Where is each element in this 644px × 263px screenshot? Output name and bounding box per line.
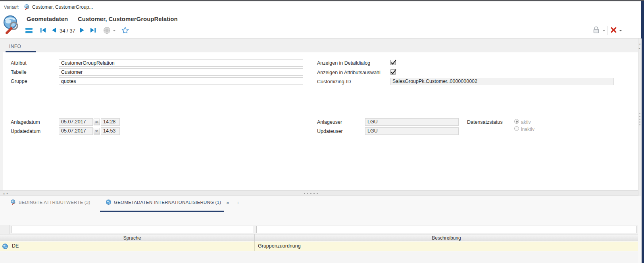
datensatzstatus-label: Datensatzstatus: [467, 119, 503, 125]
next-record-button[interactable]: [79, 27, 85, 33]
row-globe-icon: [2, 243, 8, 250]
tabelle-label: Tabelle: [11, 69, 27, 75]
splitter-drag-handle: [304, 193, 318, 194]
updatedatum-time-field: 14:53: [101, 127, 120, 135]
menu-button[interactable]: [25, 28, 33, 33]
first-record-button[interactable]: [40, 27, 46, 33]
tab-add-button[interactable]: +: [236, 200, 240, 205]
updatedatum-date-field: 05.07.2017: [59, 127, 93, 135]
close-x-icon: [610, 27, 617, 33]
anzeigen-attributsauswahl-checkbox[interactable]: [390, 69, 396, 75]
previous-record-button[interactable]: [51, 27, 57, 33]
strip-drag-handle: [639, 113, 640, 125]
filter-sprache-input[interactable]: [11, 226, 253, 233]
updatedatum-label: Updatedatum: [11, 129, 40, 134]
star-icon: [121, 27, 129, 34]
history-bar: Verlauf: Customer, CustomerGroup...: [0, 2, 641, 12]
previous-record-icon: [51, 27, 57, 33]
grid-filter-row: [0, 225, 638, 234]
radio-aktiv-label: aktiv: [521, 119, 531, 125]
grid-empty-area: [0, 251, 638, 263]
cell-beschreibung: Gruppenzuordnung: [258, 243, 301, 249]
customizing-id-field: SalesGroupPk.Customer..0000000002: [390, 78, 614, 85]
anlageuser-label: Anlageuser: [317, 119, 342, 125]
window-right-border: [641, 1, 644, 263]
last-record-icon: [90, 27, 96, 33]
radio-inaktiv: [514, 126, 519, 131]
updateuser-label: Updateuser: [317, 129, 343, 134]
hamburger-icon: [25, 28, 33, 33]
lock-icon: [592, 25, 600, 34]
panel-splitter[interactable]: ▴▾: [0, 190, 638, 196]
header: Geometadaten Customer, CustomerGroupRela…: [0, 12, 641, 38]
attribut-input[interactable]: [59, 59, 303, 67]
updateuser-field: LGU: [365, 127, 459, 135]
anzeigen-attributsauswahl-label: Anzeigen in Attributsauswahl: [317, 70, 381, 75]
collapse-right-icon: ▸: [639, 47, 640, 50]
anzeigen-detaildialog-label: Anzeigen in Detaildialog: [317, 60, 370, 66]
attribut-label: Attribut: [11, 60, 27, 66]
actions-button-disabled[interactable]: [103, 27, 111, 34]
globe-search-icon: [10, 199, 16, 205]
tab-bedingte-attributwerte[interactable]: BEDINGTE ATTRIBUTWERTE (3): [10, 199, 90, 205]
anlagedatum-label: Anlagedatum: [11, 119, 40, 125]
tab-geometadaten-internationalisierung[interactable]: GEOMETADATEN-INTERNATIONALISIERUNG (1): [106, 199, 221, 205]
anlagedatum-calendar-button[interactable]: 31: [94, 119, 100, 125]
tabelle-input[interactable]: [59, 68, 303, 76]
first-record-icon: [40, 27, 46, 33]
favorite-button[interactable]: [121, 27, 129, 34]
splitter-collapse-arrows[interactable]: ▴▾: [3, 192, 10, 195]
header-divider: [607, 26, 607, 35]
gear-globe-disabled-icon: [103, 27, 111, 34]
cell-sprache: DE: [12, 243, 19, 249]
globe-icon: [106, 199, 111, 205]
history-item-label: Customer, CustomerGroup...: [32, 4, 93, 10]
anlagedatum-date-field: 05.07.2017: [59, 118, 93, 126]
tab-info[interactable]: INFO: [6, 41, 25, 52]
application-window: Verlauf: Customer, CustomerGroup... Geom…: [0, 0, 644, 263]
tab-label: GEOMETADATEN-INTERNATIONALISIERUNG (1): [114, 200, 221, 205]
active-tab-underline: [100, 211, 224, 212]
caret-down-icon: [619, 30, 622, 31]
actions-dropdown-caret[interactable]: [113, 30, 116, 31]
gruppe-label: Gruppe: [11, 79, 27, 84]
column-header-sprache[interactable]: Sprache: [10, 235, 254, 241]
radio-aktiv: [514, 119, 519, 124]
close-record-button[interactable]: [610, 27, 617, 33]
radio-inaktiv-label: inaktiv: [521, 127, 534, 132]
record-position: 34 / 37: [60, 28, 75, 34]
tab-label: BEDINGTE ATTRIBUTWERTE (3): [19, 200, 90, 205]
caret-down-icon: [113, 30, 116, 31]
lock-button[interactable]: [592, 25, 600, 34]
history-item[interactable]: Customer, CustomerGroup...: [24, 3, 93, 11]
column-divider[interactable]: [254, 234, 255, 242]
calendar-icon: 31: [95, 120, 99, 124]
grid-gutter: [0, 225, 10, 234]
globe-search-icon: [24, 4, 30, 10]
filter-beschreibung-input[interactable]: [256, 226, 636, 233]
tab-close-button[interactable]: ×: [226, 200, 229, 205]
column-header-beschreibung[interactable]: Beschreibung: [256, 235, 636, 241]
app-globe-tools-icon: [2, 15, 21, 35]
grid-header-row: Sprache Beschreibung: [0, 234, 638, 241]
gruppe-input[interactable]: [59, 77, 303, 85]
row-column-divider: [254, 242, 255, 251]
page-subtitle: Customer, CustomerGroupRelation: [78, 15, 178, 22]
anlagedatum-time-field: 14:28: [101, 118, 120, 126]
close-dropdown-caret[interactable]: [619, 30, 622, 31]
detail-tabstrip: INFO: [0, 38, 638, 52]
next-record-icon: [79, 27, 85, 33]
lock-dropdown-caret[interactable]: [602, 30, 606, 31]
last-record-button[interactable]: [90, 27, 96, 33]
collapse-left-icon: ◂: [639, 42, 640, 45]
updatedatum-calendar-button[interactable]: 31: [94, 128, 100, 134]
history-label: Verlauf:: [4, 5, 19, 10]
calendar-icon: 31: [95, 129, 99, 133]
table-row[interactable]: DE Gruppenzuordnung: [0, 242, 638, 251]
caret-down-icon: [602, 30, 606, 31]
anlageuser-field: LGU: [365, 118, 459, 126]
page-title: Geometadaten: [27, 15, 68, 22]
customizing-id-label: Customizing-ID: [317, 79, 351, 84]
anzeigen-detaildialog-checkbox[interactable]: [390, 60, 396, 65]
